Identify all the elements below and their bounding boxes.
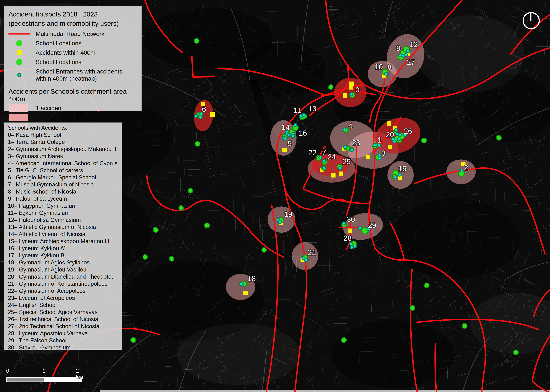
map-number-label: 26 [404,127,412,135]
school-list-item: 20– Gymnasium Dianellou and Theodotou [8,273,118,280]
school-list-item: 11– Egkomi Gymnasium [8,210,118,217]
school-list-item: 17– Lyceum Kykkou B' [8,252,118,259]
accident-marker [348,229,352,233]
map-number-label: 11 [293,106,301,114]
scale-tick-1: 1 [43,368,45,374]
entrance-marker [342,222,345,225]
accident-square-icon [8,50,30,55]
entrance-marker [358,226,362,230]
legend-item-label: Accidents within 400m [36,49,95,56]
school-marker [204,223,209,228]
entrance-marker [300,114,303,118]
legend-panel: Accident hotspots 2018– 2023 (pedestrian… [4,6,142,111]
accident-marker [349,85,353,90]
entrance-marker [373,144,376,147]
school-list-item: 5– Tie G. C. School of carrers [8,167,118,174]
catchment-1-swatch [9,105,28,112]
scale-bar: 0 1 2 km [6,368,86,382]
entrance-marker [378,157,381,160]
entrance-marker [304,259,307,262]
map-number-label: 4 [348,122,352,130]
map-number-label: 10 [375,63,383,71]
school-list-item: 9– Palouriotisa Lyceum [8,195,118,202]
school-list-item: 2– Gymnasium Archiepiskopou Makariou III [8,146,118,153]
map-number-label: 16 [299,129,307,137]
accident-marker [366,154,370,159]
legend-item-label: School Entrances with accidents [36,68,122,75]
road-line-icon [8,34,30,35]
map-number-label: 29 [368,221,376,230]
map-number-label: 8 [387,63,392,71]
school-list-item: 16– Lyceum Kykkou A' [8,245,118,252]
entrance-marker [195,114,198,117]
entrance-marker [322,166,325,169]
map-number-label: 27 [407,58,415,66]
entrance-marker [407,50,409,53]
entrance-marker [399,133,401,137]
school-list-item: 3– Gymnasium Narek [8,153,118,160]
legend-title: Accident hotspots 2018– 2023 [8,10,137,19]
map-number-label: 25 [343,157,351,166]
school-marker [410,305,415,310]
legend-item-schools: School Locations [8,40,137,47]
accident-marker [388,145,392,149]
school-list-item: 7– Muscial Gymnasium of Nicosia [8,181,118,188]
school-marker [424,283,429,288]
entrance-marker [344,145,347,148]
map-number-label: 1 [378,136,382,144]
school-list-item: 13– Athletic Gymnasium of Nicosia [8,224,118,231]
entrance-marker [350,246,353,249]
accident-marker [339,171,343,176]
map-number-label: 24 [328,153,336,161]
entrance-marker [278,221,281,224]
catchment-2-swatch [9,113,28,121]
accident-marker [282,148,287,152]
schools-list-title: Schools with Accidents: [8,124,118,132]
school-list-item: 19– Gymnasium Agiou Vasiliou [8,266,118,273]
entrance-marker [199,116,202,119]
school-list-item: 4– American International School of Cypr… [8,160,118,167]
north-arrow-icon [522,10,541,31]
map-number-label: 12 [409,40,418,49]
school-list-item: 27– 2nd Technical School of Nicosia [8,323,118,330]
school-list-item: 0– Kasa High School [8,132,118,139]
school-list-item: 8– Music School of Nicosia [8,188,118,195]
accident-marker [398,176,402,181]
school-list-item: 29– The Falcon School [8,337,118,344]
school-list-item: 14– Athletic Lyceum of Nicosia [8,231,118,238]
map-number-label: 22 [308,148,316,157]
scale-tick-2: 2 km [76,368,86,380]
map-number-label: 15 [398,165,406,173]
accident-marker [387,121,391,126]
school-marker [131,338,136,343]
school-marker [169,257,174,261]
school-list-item: 22– Gymnasium of Acropoleos [8,287,118,294]
school-marker [513,350,518,355]
school-marker [143,255,148,259]
school-list-item: 23– Lyceum of Acropoleos [8,294,118,301]
legend-item-label-2: within 400m (heatmap) [36,75,122,82]
entrance-marker [398,173,401,176]
legend-item-label: School Locations [36,59,81,66]
map-number-label: 30 [347,215,355,224]
entrance-marker [353,245,357,248]
map-canvas: 0123456789101112131415161819202122232425… [0,0,550,392]
entrance-marker [393,140,396,143]
schools-list-panel: Schools with Accidents: 0– Kasa High Sch… [4,123,122,350]
map-number-label: 19 [284,210,292,218]
entrance-marker [239,282,242,286]
school-marker [195,141,200,146]
school-list-item: 28– Lyceum Apostolou Varnava [8,330,118,337]
catchment-legend-1: 1 accident [8,105,137,112]
legend-item-label: Multimodal Road Network [36,30,105,37]
accident-marker [331,173,336,177]
school-list-item: 26– 1rst technical School of Nicosia [8,316,118,323]
entrance-marker [378,144,380,147]
map-number-label: 28 [343,234,351,242]
map-number-label: 23 [352,139,360,147]
map-number-label: 18 [248,274,256,283]
catchment-2-label: 2 accidents [36,114,66,121]
entrance-marker [385,72,388,75]
entrance-marker [351,148,354,152]
map-number-label: 21 [308,248,316,257]
